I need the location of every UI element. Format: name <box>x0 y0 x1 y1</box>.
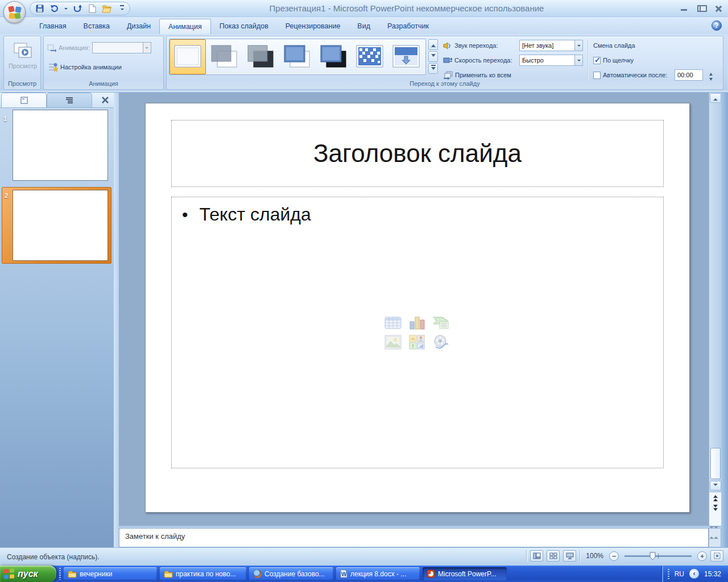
gallery-scroll-down-icon[interactable] <box>428 51 438 62</box>
transition-cut[interactable] <box>279 39 315 74</box>
next-slide-icon[interactable] <box>713 505 718 511</box>
customize-qat-icon[interactable] <box>120 5 124 12</box>
notes-area[interactable]: Заметки к слайду <box>119 528 709 547</box>
transition-dissolve[interactable] <box>351 39 388 74</box>
gallery-scroll-up-icon[interactable] <box>428 39 438 50</box>
slide-editing-surface[interactable]: Заголовок слайда • Текст слайда <box>145 103 690 513</box>
tab-outline[interactable] <box>47 93 92 107</box>
preview-button[interactable]: Просмотр <box>6 39 39 80</box>
undo-dropdown-icon[interactable] <box>64 8 68 11</box>
redo-icon[interactable] <box>72 3 82 14</box>
animation-group-label[interactable]: Анимация <box>44 80 163 88</box>
transition-group-label[interactable]: Переход к этому слайду <box>167 80 723 88</box>
help-icon[interactable]: ? <box>712 20 722 31</box>
start-button[interactable]: пуск <box>0 566 56 582</box>
firefox-icon <box>253 569 262 578</box>
close-icon[interactable] <box>714 5 722 12</box>
transition-fade-smoothly[interactable] <box>206 39 242 74</box>
tab-slides[interactable] <box>1 93 47 107</box>
tab-animaciya[interactable]: Анимация <box>159 19 211 34</box>
slide-thumbnail-1[interactable]: 1 <box>0 110 114 184</box>
auto-after-checkbox[interactable] <box>593 72 601 79</box>
slide-sorter-icon[interactable] <box>547 550 560 562</box>
language-bar-icon[interactable] <box>689 569 699 579</box>
insert-picture-icon[interactable] <box>384 335 403 350</box>
tab-recenzirovanie[interactable]: Рецензирование <box>277 19 349 34</box>
minimize-icon[interactable] <box>680 5 688 12</box>
language-indicator[interactable]: RU <box>675 570 684 578</box>
clock[interactable]: 15:32 <box>704 570 721 578</box>
insert-smartart-icon[interactable] <box>432 315 450 330</box>
transition-cut-through-black[interactable] <box>315 39 351 74</box>
save-icon[interactable] <box>35 3 45 14</box>
preview-group-label[interactable]: Просмотр <box>4 80 40 88</box>
vertical-scrollbar[interactable] <box>709 93 721 526</box>
taskbar-item-praktika[interactable]: практика по ново... <box>160 567 246 580</box>
apply-to-all-button[interactable]: Применить ко всем <box>443 69 511 81</box>
slide-1-thumb[interactable] <box>13 110 108 181</box>
insert-media-icon[interactable] <box>432 335 450 350</box>
transition-fade-through-black[interactable] <box>242 39 279 74</box>
tab-glavnaya[interactable]: Главная <box>31 19 75 34</box>
taskbar-handle[interactable] <box>59 568 61 580</box>
outline-tab-icon <box>65 97 73 104</box>
taskbar-item-word[interactable]: W лекция 8.docx - ... <box>336 567 420 580</box>
time-spin-up-icon[interactable] <box>709 71 713 76</box>
insert-table-icon[interactable] <box>384 315 403 330</box>
custom-animation-button[interactable]: Настройка анимации <box>48 61 122 73</box>
auto-after-option[interactable]: Автоматически после: <box>593 69 667 81</box>
zoom-in-icon[interactable]: + <box>697 551 707 561</box>
taskbar-item-firefox[interactable]: Создание базово... <box>249 567 333 580</box>
taskbar-item-vecherniki[interactable]: вечерники <box>64 567 157 580</box>
title-bar[interactable]: Презентация1 - Microsoft PowerPoint неко… <box>0 0 728 17</box>
zoom-slider[interactable] <box>624 555 692 557</box>
new-document-icon[interactable] <box>87 3 97 14</box>
slides-panel-close-icon[interactable] <box>101 96 109 104</box>
on-click-option[interactable]: По щелчку <box>593 55 634 66</box>
speed-combo[interactable]: Быстро <box>519 55 583 66</box>
previous-slide-icon[interactable] <box>713 495 718 501</box>
zoom-slider-handle[interactable] <box>650 552 656 560</box>
zoom-percentage[interactable]: 100% <box>586 552 603 560</box>
slideshow-icon[interactable] <box>563 550 576 562</box>
auto-after-time-input[interactable]: 00:00 <box>675 69 703 81</box>
gallery-more-icon[interactable] <box>428 63 438 74</box>
scrollbar-thumb[interactable] <box>710 448 721 479</box>
insert-chart-icon[interactable] <box>408 315 427 330</box>
tab-dizain[interactable]: Дизайн <box>118 19 159 34</box>
notes-scroll-down-icon[interactable] <box>714 526 718 539</box>
slide-thumbnail-2[interactable]: 2 <box>0 187 114 265</box>
scroll-down-icon[interactable] <box>710 481 721 490</box>
restore-icon[interactable] <box>697 5 705 12</box>
pane-splitter[interactable] <box>114 93 119 547</box>
scroll-up-icon[interactable] <box>710 93 721 103</box>
animation-combo-arrow-icon[interactable] <box>143 43 151 53</box>
normal-view-icon[interactable] <box>530 550 543 562</box>
content-placeholder[interactable]: • Текст слайда <box>171 197 664 468</box>
zoom-out-icon[interactable]: − <box>609 551 619 561</box>
taskbar-item-powerpoint[interactable]: Microsoft PowerP... <box>423 567 507 580</box>
insert-clipart-icon[interactable] <box>408 335 427 350</box>
tab-vstavka[interactable]: Вставка <box>75 19 118 34</box>
tab-razrabotchik[interactable]: Разработчик <box>379 19 437 34</box>
slides-panel-tabs <box>0 93 114 108</box>
transition-wipe-down[interactable] <box>388 39 424 74</box>
animation-combo[interactable] <box>92 42 151 53</box>
on-click-checkbox[interactable] <box>593 57 601 64</box>
selected-slide-highlight[interactable]: 2 <box>2 187 111 264</box>
tab-vid[interactable]: Вид <box>349 19 379 34</box>
notes-scroll-up-icon[interactable] <box>709 526 714 539</box>
open-icon[interactable] <box>102 3 112 14</box>
speed-combo-arrow-icon[interactable] <box>574 55 582 65</box>
tab-pokaz-slaidov[interactable]: Показ слайдов <box>211 19 277 34</box>
folder-icon <box>68 570 77 578</box>
sound-combo[interactable]: [Нет звука] <box>519 40 583 51</box>
office-button[interactable] <box>3 1 26 23</box>
notes-scrollbar[interactable] <box>709 528 721 547</box>
fit-to-window-icon[interactable] <box>710 550 723 562</box>
slide-2-thumb[interactable] <box>13 190 108 261</box>
sound-combo-arrow-icon[interactable] <box>574 40 582 51</box>
title-placeholder[interactable]: Заголовок слайда <box>171 120 664 187</box>
undo-icon[interactable] <box>49 3 60 14</box>
transition-no-transition[interactable] <box>169 39 206 74</box>
